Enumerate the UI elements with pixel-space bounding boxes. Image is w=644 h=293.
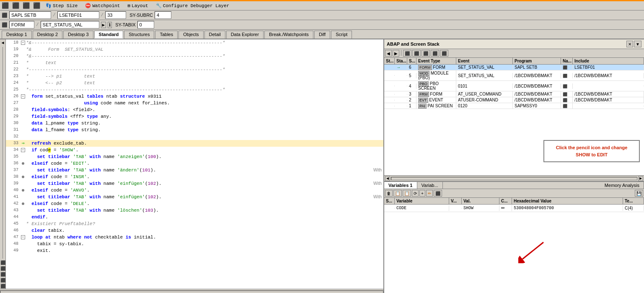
vars-add-btn[interactable]: + (419, 190, 425, 197)
expand-btn[interactable]: − (21, 148, 25, 152)
tab-variables1[interactable]: Variables 1 (384, 182, 417, 189)
type-field[interactable]: FORM (9, 21, 34, 29)
current-line-marker: ⇒ (21, 140, 24, 147)
scroll-right-btn[interactable]: ▶ (638, 176, 643, 181)
table-row[interactable]: 1 PAI PAI SCREEN 0120 SAPMSSY0 ⬛ (384, 103, 644, 109)
tab-variables2[interactable]: Variab... (417, 182, 443, 189)
code-line: 42 elseif code = 'DELE'. (6, 200, 383, 207)
tab-diff[interactable]: Diff (314, 31, 330, 39)
table-row[interactable]: 4 PBO PBO SCREEN 0101 /1BCDWB/DBMAKT ⬛ (384, 81, 644, 91)
table-row[interactable]: 3 FRM FORM AT_USER_COMMAND /1BCDWB/DBMAK… (384, 91, 644, 97)
margin-icon-4[interactable]: ⬛ (0, 278, 5, 283)
stack-tool-2[interactable]: ⬛ (412, 50, 421, 57)
vars-row[interactable]: CODE SHOW ✏ 530048004F005700 C(4) (384, 205, 644, 212)
stack-nav-btn-1[interactable]: ◀ (385, 50, 392, 57)
tab-desktop2[interactable]: Desktop 2 (33, 31, 63, 39)
stack-tool-5[interactable]: ⬛ (440, 50, 448, 57)
stack-expand-btn[interactable]: ▼ (634, 41, 641, 47)
vars-save-btn[interactable]: 💾 (635, 190, 643, 197)
vars-delete-btn[interactable]: 🗑 (385, 190, 393, 197)
code-scrollbar[interactable] (0, 289, 383, 293)
vth-te: Te... (623, 198, 644, 204)
code-line: 43 set titlebar 'TAB' with name 'löschen… (6, 207, 383, 214)
configure-layer-btn[interactable]: 🔧 Configure Debugger Layer (154, 2, 231, 9)
tab-breakpoints[interactable]: Break./Watchpoints (264, 31, 313, 39)
th-event-type: Event Type (416, 58, 456, 64)
scroll-left-btn[interactable]: ◀ (385, 176, 390, 181)
svg-line-1 (522, 242, 543, 259)
margin-icon-2[interactable]: ⬛ (0, 266, 5, 271)
code-line: 18 − *&---------------------------------… (6, 39, 383, 46)
pencil-icon[interactable]: ✏ (501, 205, 505, 210)
code-line: 37 set titlebar 'TAB' with name 'ändern'… (6, 167, 383, 174)
tab-desktop1[interactable]: Desktop 1 (2, 31, 32, 39)
info-icon-2[interactable]: ℹ (108, 22, 112, 28)
code-line: 22 *------------------------------------… (6, 66, 383, 73)
dot-marker (22, 189, 24, 192)
tab-tables[interactable]: Tables (155, 31, 178, 39)
table-row[interactable]: → 6 FORM FORM SET_STATUS_VAL SAPL SETB ⬛… (384, 65, 644, 70)
code-content: 18 − *&---------------------------------… (6, 39, 383, 289)
stack-tool-3[interactable]: ⬛ (422, 50, 430, 57)
vth-v: V... (449, 198, 462, 204)
tab-memory-analysis[interactable]: Memory Analysis (600, 182, 644, 189)
vars-refresh-btn[interactable]: ⟳ (412, 190, 419, 197)
form-name-field[interactable]: SET_STATUS_VAL (41, 21, 99, 29)
expand-btn[interactable]: − (21, 94, 25, 99)
configure-icon: 🔧 (156, 3, 162, 8)
include-field[interactable]: LSETBF01 (57, 11, 99, 19)
with-label-39: With (373, 180, 382, 187)
code-line: 26 − form set_status_val tables ntab str… (6, 93, 383, 100)
tab-data-explorer[interactable]: Data Explorer (226, 31, 264, 39)
collapse-btn[interactable]: ◀ (1, 40, 4, 45)
tab-desktop3[interactable]: Desktop 3 (63, 31, 93, 39)
code-line: 24 * <-- p2 text (6, 80, 383, 86)
code-line: 48 tabix = sy-tabix. (6, 241, 383, 247)
vth-variable: Variable (395, 198, 449, 204)
code-line: 35 set titlebar 'TAB' with name 'anzeige… (6, 153, 383, 160)
vars-edit-btn[interactable]: ✏ (426, 190, 433, 197)
vars-tool-1[interactable]: ⬛ (434, 190, 442, 197)
program-field[interactable]: SAPL SETB (9, 11, 51, 19)
expand-btn[interactable]: − (21, 235, 25, 239)
code-line: 47 − loop at ntab where not checktable i… (6, 234, 383, 241)
info-bar-1: ⬛ SAPL SETB / LSETBF01 / 33 SY-SUBRC 4 (0, 10, 644, 20)
line-field[interactable]: 33 (105, 11, 126, 19)
stack-tool-4[interactable]: ⬛ (431, 50, 439, 57)
toolbar-icon-4: ⬛ (33, 2, 40, 9)
code-line: 36 elseif code = 'EDIT'. (6, 160, 383, 167)
stack-nav-btn-2[interactable]: ▶ (393, 50, 399, 57)
tab-detail[interactable]: Detail (204, 31, 225, 39)
sy-tabix-field[interactable]: 0 (137, 21, 154, 29)
margin-icon-1[interactable]: ⬛ (0, 260, 5, 265)
layout-btn[interactable]: ⊞ Layout (125, 2, 150, 9)
code-line: 23 * --> p1 text (6, 73, 383, 80)
table-header: St... Sta... S... Event Type Event Progr… (384, 58, 644, 65)
code-line: 46 clear tabix. (6, 227, 383, 234)
vars-copy-btn[interactable]: 📋 (393, 190, 402, 197)
step-size-btn[interactable]: 👣 Step Size (44, 2, 80, 9)
tab-standard[interactable]: Standard (94, 31, 124, 39)
tab-objects[interactable]: Objects (178, 31, 203, 39)
sy-subrc-field[interactable]: 4 (155, 11, 171, 19)
code-line: 41 set titlebar 'TAB' with name 'einfüge… (6, 194, 383, 200)
code-line: 20 *&-----------------------------------… (6, 53, 383, 60)
code-line: 34 − if code = 'SHOW'. (6, 147, 383, 153)
tab-script[interactable]: Script (331, 31, 352, 39)
th-include: Include (573, 58, 644, 64)
stack-tool-1[interactable]: ⬛ (403, 50, 411, 57)
left-margin-strip: ◀ ⬛ ⬛ ⬛ ⬛ ⬛ (0, 39, 6, 289)
margin-icon-5[interactable]: ⬛ (0, 284, 5, 289)
margin-icon-3[interactable]: ⬛ (0, 272, 5, 277)
table-row[interactable]: 2 EVT EVENT ATUSER-COMMAND /1BCDWB/DBMAK… (384, 97, 644, 103)
stack-scrollbar[interactable]: ◀ ▶ (384, 175, 644, 181)
stack-close-btn[interactable]: ✕ (626, 41, 633, 47)
tab-structures[interactable]: Structures (124, 31, 154, 39)
code-line: 32 (6, 133, 383, 140)
code-line: 19 *& Form SET_STATUS_VAL (6, 46, 383, 53)
vars-paste-btn[interactable]: 📋 (403, 190, 411, 197)
info-icon-1[interactable]: ▶ (101, 22, 106, 28)
watchpoint-btn[interactable]: ⛔ Watchpoint (83, 2, 122, 9)
table-row[interactable]: 5 MOD MODULE (PBO) SET_STATUS_VAL /1BCDW… (384, 70, 644, 81)
expand-btn[interactable]: − (21, 41, 25, 45)
